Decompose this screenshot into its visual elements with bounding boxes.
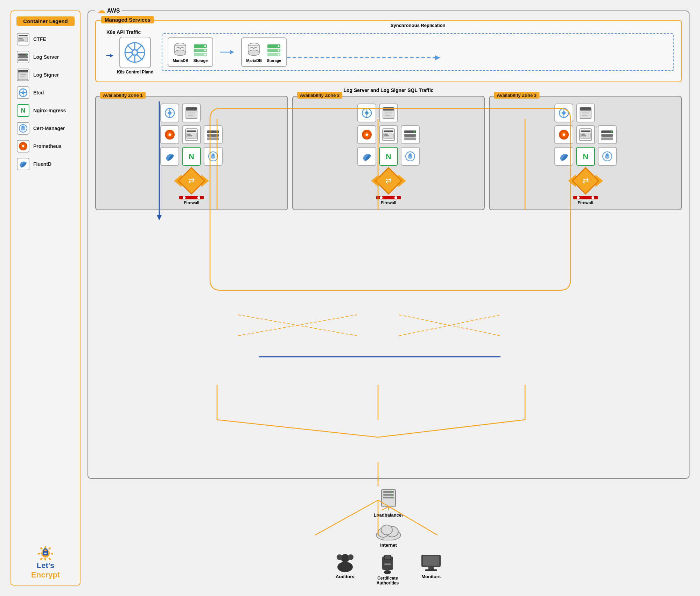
- az2-router: ⇄: [371, 171, 406, 191]
- svg-rect-113: [580, 107, 591, 111]
- az2-router-diamond: ⇄: [374, 167, 402, 194]
- aws-label: ☁ AWS: [95, 6, 122, 15]
- svg-rect-67: [186, 107, 197, 111]
- az-1-icons: N: [160, 104, 223, 166]
- sync-rep-box: MariaDB: [162, 33, 674, 71]
- k8s-api-flow: K8s Control Plane: [106, 37, 153, 74]
- svg-rect-79: [207, 134, 219, 137]
- az2-cert-manager-icon: [401, 147, 420, 166]
- svg-point-118: [562, 134, 565, 136]
- prometheus-label: Prometheus: [33, 143, 62, 149]
- svg-rect-126: [601, 137, 613, 140]
- page-wrapper: Container Legend CTFE: [0, 0, 700, 596]
- cert-manager-icon: [16, 122, 30, 135]
- svg-point-127: [610, 131, 612, 133]
- svg-point-49: [204, 49, 206, 51]
- lets-encrypt-section: Let's Encrypt: [16, 537, 75, 580]
- log-signer-icon: [16, 68, 30, 81]
- az1-fluentd-icon: [160, 147, 179, 166]
- az3-etcd-icon: [554, 104, 573, 122]
- storage-icon-1: [192, 42, 208, 57]
- bottom-section: Loadbalancer Internet: [88, 479, 690, 586]
- svg-rect-7: [18, 56, 28, 58]
- az3-nginx-icon: N: [576, 147, 595, 166]
- svg-text:N: N: [386, 152, 391, 161]
- svg-point-48: [204, 45, 206, 47]
- svg-rect-122: [581, 134, 585, 135]
- svg-point-107: [409, 154, 412, 156]
- storage-2-label: Storage: [267, 58, 281, 63]
- svg-rect-1: [19, 35, 28, 36]
- svg-rect-77: [187, 135, 192, 136]
- az2-log-server-icon: [401, 125, 420, 144]
- internet-cloud-icon: [374, 523, 402, 540]
- az2-etcd-icon: [357, 104, 376, 122]
- nginx-icon: N: [16, 104, 30, 117]
- svg-rect-3: [19, 38, 23, 39]
- az1-nginx-icon: N: [182, 147, 201, 166]
- az1-router-diamond: ⇄: [178, 167, 205, 194]
- svg-rect-12: [18, 70, 28, 72]
- nginx-label: Nginx-Ingress: [33, 108, 66, 113]
- managed-services-label: Managed Services: [101, 16, 154, 23]
- svg-rect-120: [581, 130, 590, 132]
- loadbalancer-label: Loadbalancer: [374, 512, 404, 518]
- legend-item-fluentd: FluentD: [16, 156, 75, 172]
- cert-manager-label: Cert-Manager: [33, 126, 65, 131]
- sync-rep-area: Synchronous Replication: [162, 33, 674, 71]
- az3-firewall-label: Firewall: [578, 200, 593, 205]
- k8s-api-arrow-icon: [106, 52, 113, 59]
- az3-firewall-bar: [573, 196, 598, 199]
- storage-icon-2: [266, 42, 282, 57]
- auditors-icon: [335, 553, 356, 572]
- legend-item-log-signer: Log Signer: [16, 67, 75, 83]
- az-2: Availability Zone 2: [292, 96, 485, 210]
- az2-empty-1: [401, 104, 420, 122]
- k8s-control-plane-label: K8s Control Plane: [117, 70, 153, 74]
- az2-prometheus-icon: [357, 125, 376, 144]
- mariadb-1: MariaDB: [173, 42, 188, 63]
- sync-rep-label: Synchronous Replication: [391, 23, 446, 28]
- svg-rect-74: [187, 130, 196, 132]
- az2-firewall: Firewall: [376, 196, 401, 205]
- az2-nginx-icon: N: [379, 147, 398, 166]
- sql-traffic-label: Log Server and Log Signer SQL Traffic: [95, 87, 682, 93]
- az1-cert-manager-icon: [204, 147, 223, 166]
- az1-firewall-label: Firewall: [184, 200, 200, 205]
- az-1-label: Availability Zone 1: [100, 92, 146, 99]
- svg-point-84: [212, 154, 215, 156]
- svg-rect-152: [384, 563, 391, 565]
- az1-log-server-icon: [204, 125, 223, 144]
- svg-point-50: [204, 54, 206, 55]
- etcd-icon: [16, 86, 30, 99]
- log-server-label: Log Server: [33, 54, 59, 60]
- svg-point-135: [391, 491, 392, 492]
- db-group-2: MariaDB: [241, 37, 287, 67]
- aws-container: ☁ AWS Managed Services K8s API Traffic: [88, 10, 690, 479]
- svg-marker-34: [110, 54, 113, 57]
- svg-point-153: [384, 570, 391, 574]
- availability-zones-row: Availability Zone 1: [95, 96, 682, 210]
- svg-point-146: [337, 562, 353, 572]
- az2-firewall-bar: [376, 196, 401, 199]
- svg-text:N: N: [189, 152, 194, 161]
- svg-rect-99: [384, 134, 388, 135]
- az3-router: ⇄: [568, 171, 603, 191]
- az3-router-diamond: ⇄: [572, 167, 599, 194]
- storage-2: Storage: [266, 42, 282, 63]
- fluentd-label: FluentD: [33, 161, 51, 167]
- main-diagram-area: ☁ AWS Managed Services K8s API Traffic: [88, 10, 690, 586]
- svg-point-60: [278, 49, 280, 51]
- monitors-actor: Monitors: [420, 553, 442, 579]
- legend-item-etcd: Etcd: [16, 85, 75, 101]
- svg-rect-32: [44, 553, 47, 554]
- svg-point-24: [22, 126, 24, 128]
- mariadb-1-label: MariaDB: [173, 58, 189, 63]
- az3-empty-1: [598, 104, 617, 122]
- az-3-icons: N: [554, 104, 617, 166]
- svg-point-95: [366, 134, 368, 136]
- svg-rect-90: [383, 107, 394, 111]
- log-signer-label: Log Signer: [33, 72, 59, 78]
- mariadb-2: MariaDB: [246, 42, 262, 63]
- cert-auth-label: CertificateAuthorities: [377, 576, 399, 586]
